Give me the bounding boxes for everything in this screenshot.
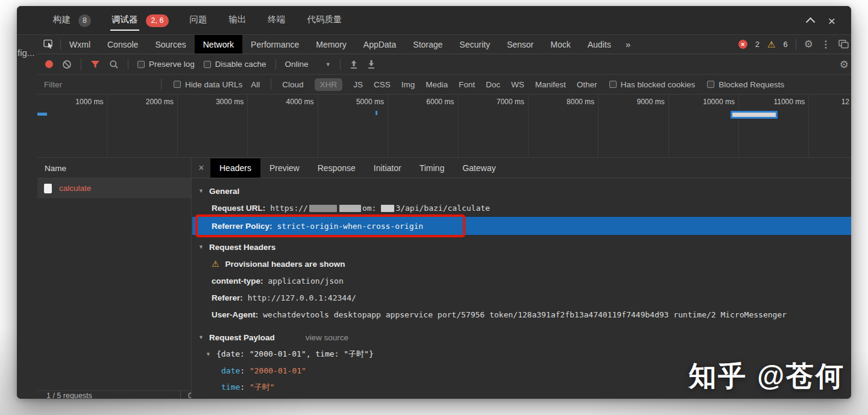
details-tab-timing[interactable]: Timing [410, 158, 454, 178]
checkbox-icon [137, 61, 145, 68]
throttling-select[interactable]: Online ▼ [285, 60, 331, 69]
record-icon[interactable] [45, 60, 53, 68]
warning-icon[interactable]: ⚠ [767, 40, 775, 49]
devtools-tab-console[interactable]: Console [99, 35, 146, 54]
details-tab-initiator[interactable]: Initiator [365, 158, 410, 178]
details-tab-response[interactable]: Response [309, 158, 365, 178]
topbar-tab-output[interactable]: 输出 [227, 10, 247, 31]
timeline-tick: 10000 ms [669, 95, 739, 157]
devtools-tab-bar: Wxml Console Sources Network Performance… [37, 35, 851, 54]
filter-type-other[interactable]: Other [577, 80, 597, 89]
timeline-tick: 11000 ms [739, 95, 809, 157]
settings-gear-icon[interactable]: ⚙ [804, 39, 813, 49]
filter-type-cloud[interactable]: Cloud [282, 80, 303, 89]
close-details-icon[interactable]: × [192, 158, 210, 178]
selected-request-timing-bar[interactable] [731, 111, 778, 119]
devtools-tab-network[interactable]: Network [195, 35, 242, 54]
view-source-link[interactable]: view source [306, 333, 348, 342]
filter-type-media[interactable]: Media [426, 80, 448, 89]
devtools-tab-audits[interactable]: Audits [579, 35, 620, 54]
hide-data-urls-checkbox[interactable]: Hide data URLs [174, 80, 242, 89]
request-url-row: Request URL: https://om:3/api/bazi/calcu… [192, 199, 851, 216]
divider [128, 59, 128, 70]
timeline-tick: 5000 ms [318, 95, 388, 157]
devtools-tab-sources[interactable]: Sources [146, 35, 194, 54]
devtools-tab-storage[interactable]: Storage [404, 35, 451, 54]
close-panel-icon[interactable]: × [828, 14, 835, 27]
name-column-header[interactable]: Name [37, 158, 191, 178]
topbar-tab-debugger-label: 调试器 [110, 10, 139, 31]
error-count: 2 [755, 40, 760, 49]
devtools-tab-sensor[interactable]: Sensor [498, 35, 542, 54]
debugger-issues-badge: 2, 6 [146, 14, 169, 27]
filter-type-css[interactable]: CSS [374, 80, 391, 89]
network-overview-timeline[interactable]: 1000 ms 2000 ms 3000 ms 4000 ms 5000 ms … [37, 95, 851, 158]
redaction-block [339, 205, 361, 212]
devtools-panel: Wxml Console Sources Network Performance… [37, 35, 851, 399]
request-headers-section-header[interactable]: ▼ Request Headers [192, 239, 851, 255]
collapse-panel-icon[interactable] [806, 17, 816, 27]
request-list-panel: Name calculate 1 / 5 requests 0 B / 180 … [37, 158, 192, 399]
warning-icon: ⚠ [212, 259, 219, 269]
checkbox-icon [204, 61, 211, 68]
divider [161, 79, 162, 90]
filter-type-all[interactable]: All [251, 80, 260, 89]
topbar-tab-build-label: 构建 [52, 10, 72, 31]
debugger-topbar: 构建 8 调试器 2, 6 问题 输出 终端 代码质量 × [17, 6, 851, 35]
timeline-tick: 12 [809, 95, 851, 157]
network-settings-gear-icon[interactable]: ⚙ [840, 60, 849, 70]
has-blocked-cookies-checkbox[interactable]: Has blocked cookies [609, 80, 696, 89]
topbar-tab-code-quality[interactable]: 代码质量 [306, 10, 343, 31]
details-tab-preview[interactable]: Preview [260, 158, 309, 178]
devtools-tab-appdata[interactable]: AppData [355, 35, 404, 54]
disclosure-triangle-icon: ▼ [198, 334, 204, 340]
topbar-tab-debugger[interactable]: 调试器 2, 6 [110, 10, 169, 31]
timeline-tick: 9000 ms [599, 95, 668, 157]
background-editor-strip: fig... [17, 35, 37, 399]
filter-type-font[interactable]: Font [459, 80, 475, 89]
devtools-tab-security[interactable]: Security [451, 35, 498, 54]
devtools-tab-mock[interactable]: Mock [542, 35, 579, 54]
error-badge-icon[interactable]: ✕ [738, 40, 747, 49]
filter-funnel-icon[interactable] [90, 60, 100, 69]
filter-input[interactable] [37, 80, 161, 89]
divider [81, 59, 81, 70]
export-har-icon[interactable] [367, 60, 376, 69]
search-icon[interactable] [109, 60, 119, 69]
request-payload-section-header[interactable]: ▼ Request Payload view source [192, 329, 851, 346]
more-tabs-button[interactable]: » [620, 35, 637, 54]
devtools-tab-performance[interactable]: Performance [242, 35, 307, 54]
dock-side-icon[interactable] [838, 40, 849, 49]
topbar-tab-terminal[interactable]: 终端 [266, 10, 286, 31]
network-toolbar: Preserve log Disable cache Online ▼ ⚙ [37, 54, 851, 75]
build-count-badge: 8 [78, 14, 91, 27]
inspect-element-button[interactable] [37, 35, 60, 54]
filter-type-manifest[interactable]: Manifest [535, 80, 566, 89]
timeline-tick: 7000 ms [458, 95, 528, 157]
topbar-tab-build[interactable]: 构建 8 [52, 10, 91, 31]
checkbox-icon [174, 81, 181, 88]
filter-type-img[interactable]: Img [401, 80, 415, 89]
filter-type-doc[interactable]: Doc [486, 80, 500, 89]
general-section-header[interactable]: ▼ General [192, 183, 851, 199]
filter-type-ws[interactable]: WS [511, 80, 524, 89]
chevron-down-icon: ▼ [326, 61, 331, 67]
blocked-requests-checkbox[interactable]: Blocked Requests [707, 80, 784, 89]
preserve-log-checkbox[interactable]: Preserve log [137, 60, 195, 69]
timeline-activity-dot [376, 111, 377, 115]
details-tab-gateway[interactable]: Gateway [453, 158, 505, 178]
disable-cache-checkbox[interactable]: Disable cache [204, 60, 266, 69]
clear-icon[interactable] [62, 60, 72, 69]
filter-type-js[interactable]: JS [353, 80, 363, 89]
warning-count: 6 [784, 40, 788, 49]
details-tab-headers[interactable]: Headers [210, 158, 260, 178]
timeline-tick: 3000 ms [178, 95, 248, 157]
devtools-tab-memory[interactable]: Memory [307, 35, 355, 54]
import-har-icon[interactable] [350, 60, 358, 69]
topbar-tab-problems[interactable]: 问题 [188, 10, 208, 31]
devtools-tab-wxml[interactable]: Wxml [61, 35, 99, 54]
request-row-calculate[interactable]: calculate [37, 178, 191, 198]
kebab-menu-icon[interactable]: ⋮ [821, 40, 831, 49]
referrer-policy-row-selected[interactable]: Referrer Policy: strict-origin-when-cros… [192, 217, 851, 235]
filter-type-xhr[interactable]: XHR [315, 78, 343, 91]
